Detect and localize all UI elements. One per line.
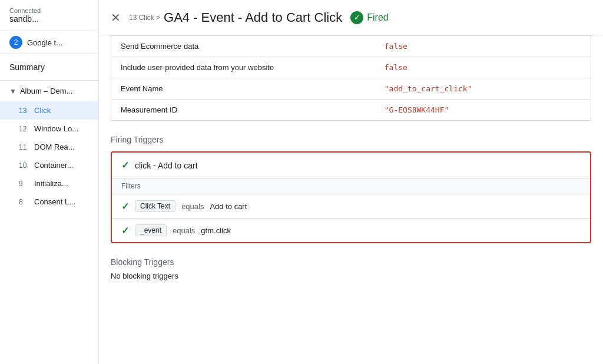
- property-row: Include user-provided data from your web…: [111, 57, 591, 78]
- close-button[interactable]: ✕: [111, 12, 121, 24]
- panel-body: Send Ecommerce datafalseInclude user-pro…: [99, 35, 603, 364]
- trigger-box: ✓ click - Add to cart Filters ✓ Click Te…: [111, 151, 591, 243]
- property-value: false: [375, 36, 591, 57]
- blocking-triggers-title: Blocking Triggers: [111, 257, 591, 267]
- filter-rows: ✓ Click Text equals Add to cart ✓ _event…: [112, 194, 590, 242]
- sidebar-nav-item-window-lo-[interactable]: 12Window Lo...: [0, 120, 98, 138]
- google-tag-label: Google t...: [27, 38, 62, 47]
- nav-item-number: 10: [19, 161, 31, 170]
- sidebar-nav-item-dom-rea-[interactable]: 11DOM Rea...: [0, 138, 98, 156]
- nav-item-number: 12: [19, 125, 31, 133]
- fired-badge: ✓ Fired: [350, 11, 388, 24]
- firing-triggers-title: Firing Triggers: [111, 135, 591, 144]
- property-row: Send Ecommerce datafalse: [111, 36, 591, 57]
- panel-header: ✕ 13 Click > GA4 - Event - Add to Cart C…: [99, 0, 603, 35]
- badge-number: 2: [9, 36, 22, 49]
- google-tag-row: 2 Google t...: [0, 31, 98, 54]
- nav-item-label: Initializa...: [34, 179, 68, 188]
- trigger-name: click - Add to cart: [135, 161, 198, 170]
- fired-check-icon: ✓: [350, 11, 363, 24]
- album-section-label: Album – Dem...: [20, 87, 73, 95]
- property-row: Event Name"add_to_cart_click": [111, 78, 591, 100]
- filter-op: equals: [181, 202, 204, 211]
- nav-items-list: 13Click12Window Lo...11DOM Rea...10Conta…: [0, 101, 98, 211]
- property-row: Measurement ID"G-EQS8WK44HF": [111, 100, 591, 121]
- filters-header: Filters: [112, 178, 590, 194]
- connected-label: Connected: [9, 7, 89, 14]
- filter-check-icon: ✓: [121, 225, 129, 236]
- filter-tag: Click Text: [135, 200, 175, 212]
- filter-row: ✓ _event equals gtm.click: [112, 219, 590, 242]
- sidebar-nav-item-initializa-[interactable]: 9Initializa...: [0, 174, 98, 193]
- nav-item-label: Click: [34, 106, 51, 115]
- filter-val: Add to cart: [210, 202, 247, 211]
- sidebar: Connected sandb... 2 Google t... Summary…: [0, 0, 99, 364]
- property-key: Send Ecommerce data: [111, 36, 375, 57]
- nav-item-label: DOM Rea...: [34, 143, 75, 151]
- nav-item-number: 9: [19, 180, 31, 188]
- properties-table: Send Ecommerce datafalseInclude user-pro…: [111, 35, 591, 121]
- property-key: Include user-provided data from your web…: [111, 57, 375, 78]
- trigger-check-icon: ✓: [121, 160, 129, 171]
- chevron-down-icon: ▼: [9, 87, 16, 95]
- summary-item[interactable]: Summary: [0, 54, 98, 81]
- property-value: "G-EQS8WK44HF": [375, 100, 591, 121]
- property-value: "add_to_cart_click": [375, 78, 591, 100]
- filter-op: equals: [173, 226, 195, 235]
- sandbox-title: sandb...: [9, 14, 89, 24]
- property-key: Measurement ID: [111, 100, 375, 121]
- nav-item-label: Window Lo...: [34, 124, 78, 133]
- fired-label: Fired: [367, 12, 388, 23]
- nav-item-label: Consent L...: [34, 197, 75, 206]
- trigger-item: ✓ click - Add to cart: [112, 153, 590, 178]
- nav-item-label: Container...: [34, 161, 74, 170]
- detail-panel: ✕ 13 Click > GA4 - Event - Add to Cart C…: [99, 0, 603, 364]
- main-area: ✕ 13 Click > GA4 - Event - Add to Cart C…: [99, 0, 603, 364]
- property-value: false: [375, 57, 591, 78]
- sidebar-nav-item-consent-l-[interactable]: 8Consent L...: [0, 193, 98, 211]
- sidebar-nav-item-container-[interactable]: 10Container...: [0, 156, 98, 174]
- filter-check-icon: ✓: [121, 201, 129, 212]
- no-blocking-label: No blocking triggers: [111, 272, 591, 280]
- sidebar-nav-item-click[interactable]: 13Click: [0, 101, 98, 120]
- album-section-header[interactable]: ▼ Album – Dem...: [0, 81, 98, 101]
- nav-item-number: 13: [19, 107, 31, 115]
- panel-title: GA4 - Event - Add to Cart Click: [164, 10, 342, 25]
- filter-tag: _event: [135, 224, 167, 236]
- sidebar-header: Connected sandb...: [0, 0, 98, 31]
- property-key: Event Name: [111, 78, 375, 100]
- nav-item-number: 8: [19, 198, 31, 206]
- nav-item-number: 11: [19, 143, 31, 151]
- filter-row: ✓ Click Text equals Add to cart: [112, 194, 590, 219]
- breadcrumb: 13 Click >: [129, 14, 160, 22]
- filter-val: gtm.click: [201, 226, 231, 235]
